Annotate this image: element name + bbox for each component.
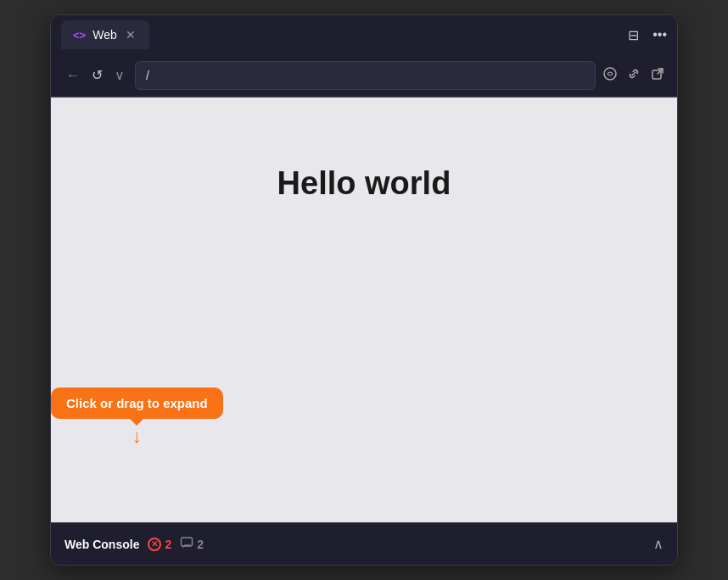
link-icon[interactable] xyxy=(626,66,641,85)
viewport: Hello world Click or drag to expand ↓ xyxy=(51,98,677,522)
console-label: Web Console xyxy=(64,538,139,551)
back-button[interactable]: ← xyxy=(63,64,83,86)
tooltip-arrow-icon: ↓ xyxy=(132,427,142,446)
svg-point-0 xyxy=(604,68,616,80)
tooltip-text: Click or drag to expand xyxy=(66,396,208,410)
toolbar-actions xyxy=(602,66,665,85)
tooltip-bubble: Click or drag to expand xyxy=(51,388,223,419)
nav-controls: ← ↺ ∨ xyxy=(63,64,128,86)
customize-icon[interactable] xyxy=(602,66,618,85)
page-content: Hello world xyxy=(277,165,451,202)
active-tab[interactable]: <> Web ✕ xyxy=(61,20,149,49)
expand-tooltip[interactable]: Click or drag to expand ↓ xyxy=(51,388,223,446)
expand-button[interactable]: ∧ xyxy=(653,536,664,552)
tab-bar-actions: ⊟ ••• xyxy=(628,27,667,43)
error-count: 2 xyxy=(165,538,171,551)
external-link-icon[interactable] xyxy=(650,66,665,85)
url-bar[interactable]: / xyxy=(135,61,596,90)
url-text: / xyxy=(146,69,149,82)
error-circle-icon: ✕ xyxy=(148,538,161,551)
browser-window: <> Web ✕ ⊟ ••• ← ↺ ∨ / xyxy=(50,14,678,566)
reload-button[interactable]: ↺ xyxy=(88,64,106,86)
page-heading: Hello world xyxy=(277,165,451,202)
layout-icon[interactable]: ⊟ xyxy=(628,27,639,43)
comment-icon xyxy=(180,536,193,552)
reload-dropdown[interactable]: ∨ xyxy=(111,64,128,86)
error-badge: ✕ 2 xyxy=(148,538,171,551)
more-options-icon[interactable]: ••• xyxy=(652,27,667,42)
warning-badge: 2 xyxy=(180,536,204,552)
tab-list: <> Web ✕ xyxy=(61,20,149,49)
tab-close-button[interactable]: ✕ xyxy=(124,27,137,42)
bottom-bar[interactable]: Web Console ✕ 2 2 ∧ xyxy=(51,522,677,565)
warning-count: 2 xyxy=(197,538,204,551)
tab-bar: <> Web ✕ ⊟ ••• xyxy=(51,15,677,54)
tab-code-icon: <> xyxy=(73,29,86,42)
tab-title: Web xyxy=(92,28,117,42)
console-info: Web Console ✕ 2 2 xyxy=(64,536,204,552)
toolbar: ← ↺ ∨ / xyxy=(51,54,677,97)
